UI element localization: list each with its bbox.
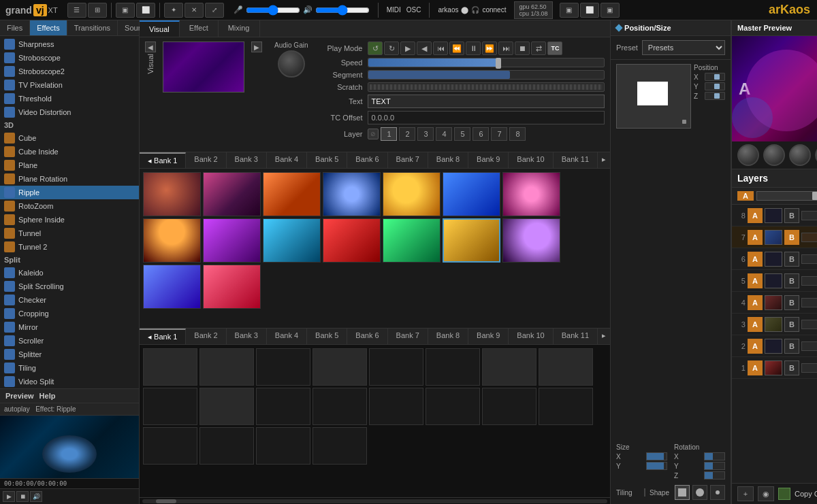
- window-icon[interactable]: ⬜: [136, 3, 155, 18]
- effect-split-scrolling[interactable]: Split Scrolling: [0, 280, 139, 293]
- size-y-slider[interactable]: [646, 462, 667, 470]
- bank-cell-b9[interactable]: [143, 388, 197, 425]
- layer-a-1[interactable]: A: [748, 360, 763, 375]
- layer-a-4[interactable]: A: [748, 295, 763, 310]
- view2-icon[interactable]: ⬜: [580, 3, 599, 18]
- bank-cell-b20[interactable]: [313, 427, 367, 465]
- visual-prev-btn[interactable]: ◀: [145, 41, 156, 52]
- bank-cell-1[interactable]: [143, 172, 201, 216]
- bank-tab-11-top[interactable]: Bank 11: [554, 152, 598, 168]
- layer-btn-3[interactable]: 3: [417, 127, 434, 141]
- menu-icon[interactable]: ☰: [67, 3, 86, 18]
- play-back-loop-btn[interactable]: ↻: [384, 41, 399, 55]
- effect-video-split[interactable]: Video Split: [0, 375, 139, 388]
- bank-tab-7-bottom[interactable]: Bank 7: [388, 329, 428, 344]
- bank-cell-b19[interactable]: [256, 427, 310, 465]
- effect-kaleido[interactable]: Kaleido: [0, 266, 139, 280]
- bank-cell-b16[interactable]: [539, 388, 593, 425]
- size-x-slider[interactable]: [646, 452, 667, 460]
- bank-cell-b12[interactable]: [313, 388, 367, 425]
- layer-btn-5[interactable]: 5: [454, 127, 470, 141]
- play-step-fwd-btn[interactable]: ⏩: [482, 41, 497, 55]
- effect-sharpness[interactable]: Sharpness: [0, 37, 139, 51]
- bank-more-bottom[interactable]: ▸: [598, 329, 610, 344]
- layer-b-6[interactable]: B: [784, 252, 799, 267]
- bank-cell-b5[interactable]: [369, 348, 423, 386]
- master-knob-3[interactable]: [789, 144, 811, 166]
- shape-square-btn[interactable]: [675, 485, 690, 500]
- tab-mixing[interactable]: Mixing: [219, 20, 260, 37]
- layer-slider-5[interactable]: [801, 276, 817, 286]
- effect-tunnel[interactable]: Tunnel: [0, 226, 139, 240]
- effect-plane[interactable]: Plane: [0, 158, 139, 172]
- bank-cell-5[interactable]: [383, 172, 440, 216]
- effect-cube[interactable]: Cube: [0, 131, 139, 145]
- tab-effects[interactable]: Effects: [30, 20, 67, 35]
- play-bounce-btn[interactable]: ⇄: [531, 41, 546, 55]
- play-tc-btn[interactable]: TC: [547, 41, 562, 55]
- bank-tab-1-top[interactable]: ◂ Bank 1: [140, 152, 186, 168]
- layer-b-4[interactable]: B: [784, 295, 799, 310]
- bank-cell-b15[interactable]: [482, 388, 536, 425]
- visual-preview-box[interactable]: [163, 41, 244, 93]
- bank-tab-10-top[interactable]: Bank 10: [509, 152, 553, 168]
- layer-b-5[interactable]: B: [784, 273, 799, 288]
- x-icon[interactable]: ✕: [185, 3, 204, 18]
- preview-play-btn[interactable]: ▶: [3, 491, 15, 502]
- master-knob-1[interactable]: [737, 144, 759, 166]
- monitor-icon[interactable]: ▣: [116, 3, 135, 18]
- effect-threshold[interactable]: Threshold: [0, 92, 139, 105]
- bank-cell-9[interactable]: [203, 218, 261, 263]
- rot-x-slider[interactable]: [704, 452, 725, 460]
- pos-z-slider[interactable]: [705, 92, 725, 100]
- bank-more-top[interactable]: ▸: [598, 152, 610, 168]
- bank-cell-8[interactable]: [143, 218, 201, 263]
- grid-icon[interactable]: ⊞: [88, 3, 107, 18]
- preview-stop-btn[interactable]: ⏹: [16, 491, 29, 502]
- layer-slider-7[interactable]: [801, 233, 817, 242]
- layer-btn-2[interactable]: 2: [399, 127, 415, 141]
- bank-tab-1-bottom[interactable]: ◂ Bank 1: [140, 329, 186, 344]
- bank-cell-14[interactable]: [502, 218, 560, 263]
- pos-preview-box[interactable]: [616, 64, 691, 129]
- bank-cell-b10[interactable]: [199, 388, 254, 425]
- effect-scroller[interactable]: Scroller: [0, 334, 139, 348]
- bank-tab-3-top[interactable]: Bank 3: [227, 152, 267, 168]
- pos-x-slider[interactable]: [705, 73, 725, 81]
- effect-mirror[interactable]: Mirror: [0, 320, 139, 334]
- bank-cell-b17[interactable]: [143, 427, 197, 465]
- layer-slider-2[interactable]: [801, 341, 817, 351]
- bank-cell-b1[interactable]: [143, 348, 197, 386]
- layer-a-8[interactable]: A: [748, 208, 763, 223]
- effect-checker[interactable]: Checker: [0, 293, 139, 307]
- rot-y-slider[interactable]: [704, 462, 725, 470]
- bank-tab-5-bottom[interactable]: Bank 5: [307, 329, 347, 344]
- layers-a-btn[interactable]: A: [737, 191, 754, 201]
- bank-cell-b18[interactable]: [199, 427, 254, 465]
- bank-tab-9-top[interactable]: Bank 9: [468, 152, 509, 168]
- bank-cell-b4[interactable]: [313, 348, 367, 386]
- effect-ripple[interactable]: Ripple: [0, 186, 139, 199]
- bank-tab-9-bottom[interactable]: Bank 9: [468, 329, 509, 344]
- bank-tab-7-top[interactable]: Bank 7: [388, 152, 428, 168]
- bank-tab-8-top[interactable]: Bank 8: [428, 152, 468, 168]
- effect-video-distortion[interactable]: Video Distortion: [0, 105, 139, 119]
- layer-b-8[interactable]: B: [784, 208, 799, 223]
- wand-icon[interactable]: ✦: [164, 3, 183, 18]
- speed-slider[interactable]: [368, 58, 605, 67]
- bank-cell-b6[interactable]: [426, 348, 480, 386]
- play-step-back-btn[interactable]: ⏪: [449, 41, 464, 55]
- bank-tab-2-top[interactable]: Bank 2: [186, 152, 226, 168]
- scratch-slider[interactable]: [368, 82, 605, 92]
- shape-dot-btn[interactable]: [710, 485, 725, 500]
- bank-cell-15[interactable]: [143, 265, 201, 309]
- play-rwd-btn[interactable]: ◀: [417, 41, 432, 55]
- master-preview-image[interactable]: A B: [732, 36, 817, 141]
- tab-visual[interactable]: Visual: [140, 20, 180, 37]
- play-pause-btn[interactable]: ⏸: [466, 41, 481, 55]
- layers-add-btn[interactable]: +: [737, 486, 754, 501]
- layer-b-1[interactable]: B: [784, 360, 799, 375]
- layer-btn-8[interactable]: 8: [509, 127, 526, 141]
- layer-btn-4[interactable]: 4: [436, 127, 452, 141]
- bank-cell-2[interactable]: [203, 172, 261, 216]
